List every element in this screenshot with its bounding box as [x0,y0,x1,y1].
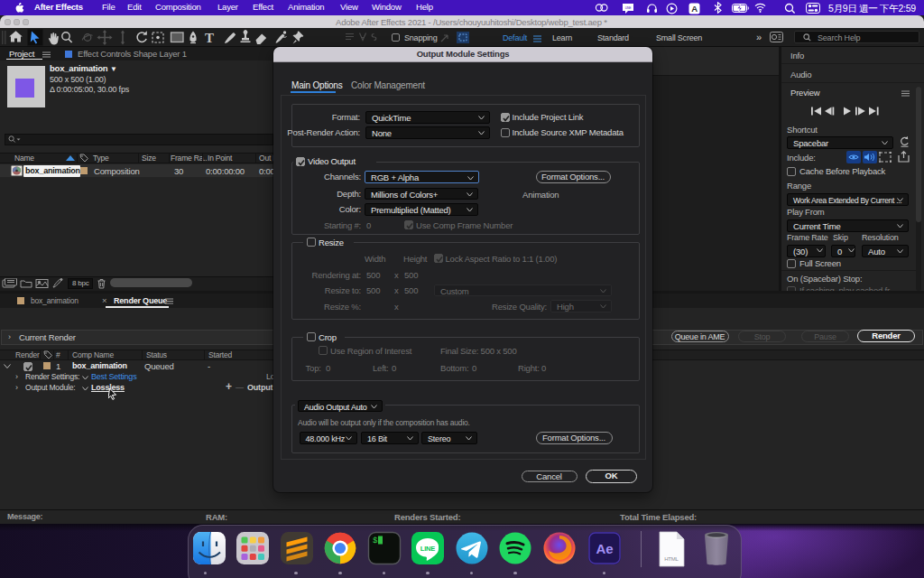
svg-text:$: $ [373,536,378,545]
svg-text:HTML: HTML [664,556,679,562]
svg-text:LINE: LINE [625,6,633,10]
svg-text:Ae: Ae [596,541,613,556]
svg-text:LINE: LINE [420,545,435,553]
svg-text:T: T [205,31,214,45]
svg-text:A: A [691,4,698,14]
